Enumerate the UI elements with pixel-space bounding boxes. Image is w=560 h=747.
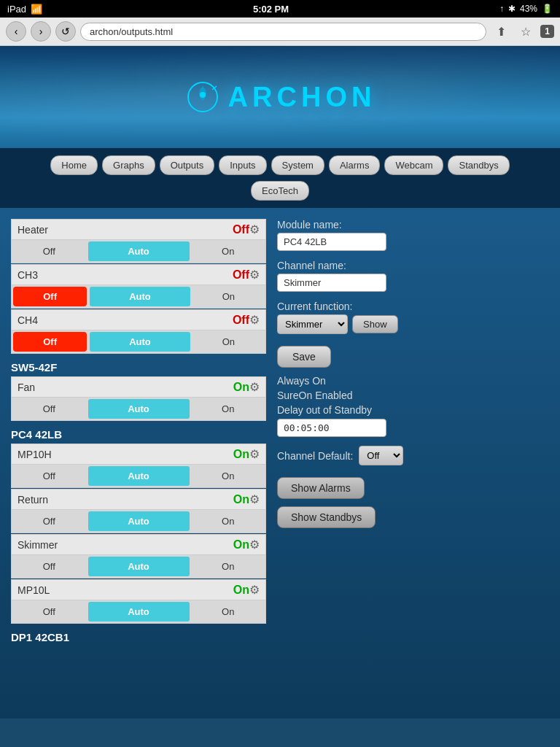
logo-area: ARCHON: [184, 79, 376, 115]
gear-icon-ch3[interactable]: ⚙: [249, 268, 260, 282]
sure-on-label: SureOn Enabled: [277, 390, 538, 401]
ctrl-auto-heater[interactable]: Auto: [88, 241, 190, 261]
channel-name-row-fan: Fan On ⚙: [12, 377, 265, 398]
channel-name-row-ch3: CH3 Off ⚙: [12, 265, 265, 285]
nav-alarms[interactable]: Alarms: [329, 155, 380, 175]
save-button[interactable]: Save: [277, 346, 331, 368]
gear-icon-mp10h[interactable]: ⚙: [249, 447, 260, 461]
nav-graphs[interactable]: Graphs: [102, 155, 155, 175]
ctrl-on-heater[interactable]: On: [191, 241, 266, 261]
gear-icon-fan[interactable]: ⚙: [249, 380, 260, 394]
channel-default-select[interactable]: Off On Auto: [359, 446, 403, 465]
location-icon: ↑: [499, 4, 504, 14]
gear-icon-heater[interactable]: ⚙: [249, 222, 260, 236]
show-standbys-button[interactable]: Show Standbys: [277, 506, 376, 528]
time-label: 5:02 PM: [253, 4, 289, 15]
nav-ecotech[interactable]: EcoTech: [251, 181, 309, 201]
module-name-input[interactable]: [277, 233, 386, 251]
gear-icon-return[interactable]: ⚙: [249, 492, 260, 506]
svg-point-1: [200, 92, 206, 98]
channel-status-fan: On: [233, 381, 249, 394]
tab-count[interactable]: 1: [540, 25, 554, 38]
channel-status-ch3: Off: [233, 268, 249, 282]
nav-outputs[interactable]: Outputs: [160, 155, 215, 175]
show-alarms-button[interactable]: Show Alarms: [277, 477, 365, 499]
delay-label: Delay out of Standby: [277, 404, 538, 416]
function-select[interactable]: Skimmer Always On Return Fan Heater: [277, 314, 348, 334]
forward-button[interactable]: ›: [31, 21, 51, 42]
ctrl-on-fan[interactable]: On: [191, 399, 266, 419]
nav-inputs[interactable]: Inputs: [219, 155, 266, 175]
ctrl-on-return[interactable]: On: [191, 511, 266, 531]
always-on-label: Always On: [277, 375, 538, 387]
ctrl-off-ch4[interactable]: Off: [13, 332, 87, 352]
channel-control-skimmer: Off Auto On: [12, 555, 265, 578]
status-left: iPad 📶: [7, 4, 42, 15]
nav-row-2: EcoTech: [251, 181, 309, 201]
main-content: Heater Off ⚙ Off Auto On CH3 Off ⚙ Off A…: [0, 208, 560, 719]
ctrl-off-return[interactable]: Off: [12, 511, 87, 531]
status-right: ↑ ✱ 43% 🔋: [499, 4, 553, 14]
bookmark-button[interactable]: ☆: [516, 21, 536, 42]
gear-icon-ch4[interactable]: ⚙: [249, 313, 260, 327]
nav-standbys[interactable]: Standbys: [448, 155, 509, 175]
channel-default-row: Channel Default: Off On Auto: [277, 446, 538, 465]
url-bar[interactable]: archon/outputs.html: [80, 23, 486, 41]
outputs-panel: Heater Off ⚙ Off Auto On CH3 Off ⚙ Off A…: [11, 219, 266, 708]
back-button[interactable]: ‹: [6, 21, 26, 42]
channel-name-row-mp10h: MP10H On ⚙: [12, 444, 265, 465]
channel-control-ch4: Off Auto On: [12, 330, 265, 353]
battery-icon: 🔋: [542, 4, 553, 14]
share-button[interactable]: ⬆: [491, 21, 511, 42]
ctrl-auto-mp10h[interactable]: Auto: [88, 466, 190, 486]
channel-status-ch4: Off: [233, 314, 249, 327]
delay-input[interactable]: [277, 419, 386, 437]
channel-label-return: Return: [18, 494, 233, 506]
gear-icon-skimmer[interactable]: ⚙: [249, 538, 260, 551]
ctrl-auto-mp10l[interactable]: Auto: [88, 602, 190, 622]
ctrl-off-mp10h[interactable]: Off: [12, 466, 87, 486]
ctrl-off-mp10l[interactable]: Off: [12, 602, 87, 622]
nav-home[interactable]: Home: [50, 155, 98, 175]
ctrl-on-ch3[interactable]: On: [192, 287, 265, 306]
ctrl-auto-return[interactable]: Auto: [88, 511, 190, 531]
current-function-label: Current function:: [277, 301, 538, 312]
nav-area: Home Graphs Outputs Inputs System Alarms…: [0, 148, 560, 208]
channel-row-mp10l: MP10L On ⚙ Off Auto On: [11, 579, 266, 624]
status-bar: iPad 📶 5:02 PM ↑ ✱ 43% 🔋: [0, 0, 560, 18]
wifi-icon: 📶: [31, 4, 42, 15]
nav-webcam[interactable]: Webcam: [384, 155, 443, 175]
carrier-label: iPad: [7, 4, 26, 15]
channel-row-fan: Fan On ⚙ Off Auto On: [11, 376, 266, 421]
ctrl-auto-fan[interactable]: Auto: [88, 399, 190, 419]
channel-row-skimmer: Skimmer On ⚙ Off Auto On: [11, 534, 266, 578]
module-name-label: Module name:: [277, 219, 538, 231]
ctrl-auto-ch3[interactable]: Auto: [90, 287, 190, 306]
ctrl-on-mp10h[interactable]: On: [191, 466, 266, 486]
nav-system[interactable]: System: [271, 155, 324, 175]
ctrl-off-ch3[interactable]: Off: [13, 287, 87, 306]
channel-label-fan: Fan: [18, 382, 233, 393]
channel-row-ch3: CH3 Off ⚙ Off Auto On: [11, 264, 266, 309]
ctrl-on-mp10l[interactable]: On: [191, 602, 266, 622]
ctrl-off-skimmer[interactable]: Off: [12, 557, 87, 576]
ctrl-auto-ch4[interactable]: Auto: [90, 332, 190, 352]
channel-row-heater: Heater Off ⚙ Off Auto On: [11, 219, 266, 263]
ctrl-on-skimmer[interactable]: On: [191, 557, 266, 576]
ctrl-off-fan[interactable]: Off: [12, 399, 87, 419]
gear-icon-mp10l[interactable]: ⚙: [249, 583, 260, 597]
channel-name-input[interactable]: [277, 274, 386, 292]
battery-label: 43%: [520, 4, 537, 14]
ctrl-on-ch4[interactable]: On: [192, 332, 265, 352]
channel-label-heater: Heater: [18, 224, 233, 236]
show-function-button[interactable]: Show: [352, 315, 398, 333]
bluetooth-icon: ✱: [508, 4, 516, 14]
module-header-pc4: PC4 42LB: [11, 428, 266, 441]
reload-button[interactable]: ↺: [55, 21, 76, 42]
ctrl-off-heater[interactable]: Off: [12, 241, 87, 261]
channel-name-row-return: Return On ⚙: [12, 489, 265, 510]
channel-control-mp10h: Off Auto On: [12, 465, 265, 487]
ctrl-auto-skimmer[interactable]: Auto: [88, 557, 190, 576]
channel-name-row-ch4: CH4 Off ⚙: [12, 310, 265, 330]
ocean-header: ARCHON: [0, 46, 560, 148]
